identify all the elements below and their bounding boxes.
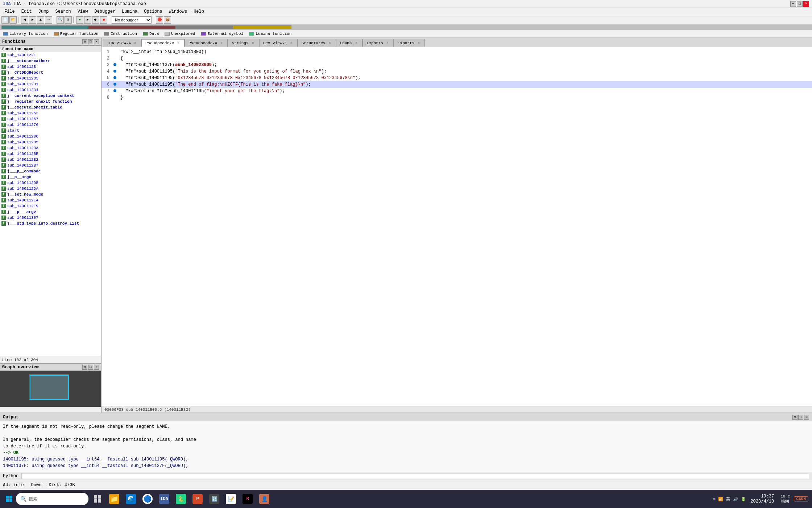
code-line[interactable]: 6 "fn">sub_140011195("The end of flag:\n… — [102, 81, 812, 88]
menu-item-options[interactable]: Options — [141, 9, 165, 15]
python-input[interactable] — [21, 473, 809, 479]
function-list-item[interactable]: fsub_1400112DA — [0, 186, 101, 192]
toolbar-step[interactable]: ⏭ — [92, 16, 99, 24]
code-line[interactable]: 2{ — [102, 55, 812, 62]
function-list-item[interactable]: fsub_1400112BA — [0, 145, 101, 151]
menu-item-debugger[interactable]: Debugger — [91, 9, 118, 15]
toolbar-new[interactable]: 📄 — [1, 16, 9, 24]
code-line[interactable]: 4 "fn">sub_140011195("This is the input … — [102, 68, 812, 75]
taskbar-powerpoint[interactable]: P — [190, 491, 205, 507]
function-list-item[interactable]: fsub_14001128O — [0, 134, 101, 139]
function-list-item[interactable]: fstart — [0, 128, 101, 134]
function-list-item[interactable]: fj__p__argc — [0, 174, 101, 180]
maximize-button[interactable]: □ — [797, 1, 803, 7]
function-list-item[interactable]: fsub_1400112B7 — [0, 163, 101, 168]
close-button[interactable]: ✕ — [803, 1, 809, 7]
menu-item-help[interactable]: Help — [191, 9, 207, 15]
functions-list[interactable]: fsub_14001221fj___setusermatherrfsub_140… — [0, 52, 101, 356]
function-list-item[interactable]: fsub_140011307 — [0, 215, 101, 221]
toolbar-settings[interactable]: ⚙ — [65, 16, 72, 24]
tab-pseudocode-b[interactable]: Pseudocode-B✕ — [141, 39, 185, 47]
function-list-item[interactable]: fsub_1400112E9 — [0, 203, 101, 209]
function-list-item[interactable]: fsub_140011267 — [0, 116, 101, 122]
task-view-button[interactable] — [90, 491, 105, 507]
function-list-item[interactable]: fsub_140011231 — [0, 81, 101, 87]
tray-battery[interactable]: 🔋 — [741, 497, 746, 501]
toolbar-play[interactable]: ▶ — [84, 16, 91, 24]
function-list-item[interactable]: fsub_1400112B — [0, 64, 101, 70]
tray-keyboard[interactable]: ⌨ — [713, 497, 716, 501]
toolbar-search[interactable]: 🔍 — [57, 16, 64, 24]
menu-item-windows[interactable]: Windows — [166, 9, 190, 15]
function-list-item[interactable]: fsub_140011285 — [0, 139, 101, 145]
tab-pseudocode-a[interactable]: Pseudocode-A✕ — [185, 39, 228, 47]
tray-language[interactable]: 英 — [726, 496, 730, 502]
panel-float-button[interactable]: □ — [88, 39, 93, 44]
function-list-item[interactable]: fj__CrtDbgReport — [0, 70, 101, 75]
panel-undock-button[interactable]: ⊡ — [82, 39, 87, 44]
toolbar-up[interactable]: ▲ — [37, 16, 44, 24]
toolbar-forward[interactable]: ▶ — [29, 16, 36, 24]
debugger-dropdown[interactable]: No debugger — [112, 16, 152, 24]
output-undock-button[interactable]: ⊡ — [792, 415, 798, 420]
tray-network[interactable]: 📶 — [718, 497, 723, 501]
menu-item-jump[interactable]: Jump — [36, 9, 52, 15]
tab-close-button[interactable]: ✕ — [219, 41, 224, 45]
function-list-item[interactable]: fj___p__commode — [0, 168, 101, 174]
taskbar-user[interactable]: 👤 — [257, 491, 272, 507]
function-list-item[interactable]: fj__set_new_mode — [0, 192, 101, 197]
toolbar-back[interactable]: ◀ — [21, 16, 28, 24]
function-list-item[interactable]: fsub_1400112D5 — [0, 180, 101, 186]
tab-ida-view-a[interactable]: IDA View-A✕ — [103, 39, 141, 47]
function-list-item[interactable]: fsub_1400112B2 — [0, 157, 101, 163]
search-bar[interactable]: 🔍 搜索 — [16, 493, 88, 505]
toolbar-stop[interactable]: ■ — [100, 16, 107, 24]
tab-close-button[interactable]: ✕ — [176, 41, 181, 45]
tab-strings[interactable]: Strings✕ — [228, 39, 259, 47]
function-list-item[interactable]: fj___std_type_info_destroy_list — [0, 221, 101, 226]
minimize-button[interactable]: ─ — [790, 1, 796, 7]
code-line[interactable]: 8} — [102, 94, 812, 101]
taskbar-pycharm[interactable]: 🐍 — [173, 491, 188, 507]
taskbar-clock[interactable]: 19:37 2023/4/18 — [747, 494, 777, 504]
taskbar-rider[interactable]: R — [240, 491, 255, 507]
toolbar-modules[interactable]: 📦 — [164, 16, 171, 24]
toolbar-breakpoint[interactable]: 🔴 — [156, 16, 163, 24]
function-list-item[interactable]: fsub_14001221 — [0, 52, 101, 58]
function-list-item[interactable]: fsub_140011253 — [0, 110, 101, 116]
function-list-item[interactable]: fsub_1400112E4 — [0, 197, 101, 203]
menu-item-file[interactable]: File — [1, 9, 18, 15]
menu-item-view[interactable]: View — [75, 9, 91, 15]
panel-close-button[interactable]: ✕ — [94, 39, 99, 44]
tab-close-button[interactable]: ✕ — [354, 41, 359, 45]
start-button[interactable] — [4, 493, 14, 504]
taskbar-ida-app[interactable]: IDA — [157, 491, 172, 507]
tab-close-button[interactable]: ✕ — [385, 41, 390, 45]
toolbar-run-green[interactable]: ● — [76, 16, 83, 24]
taskbar-explorer[interactable]: 📁 — [107, 491, 122, 507]
toolbar-return[interactable]: ↩ — [45, 16, 52, 24]
csdn-badge[interactable]: CSDN — [794, 496, 808, 501]
function-list-item[interactable]: fsub_140011276 — [0, 122, 101, 128]
code-area[interactable]: 1"kw">__int64 "fn">sub_140011B00()2{3 "f… — [102, 47, 812, 406]
tab-close-button[interactable]: ✕ — [289, 41, 294, 45]
graph-undock-button[interactable]: ⊡ — [82, 365, 87, 370]
toolbar-open[interactable]: 📂 — [9, 16, 17, 24]
menu-item-lumina[interactable]: Lumina — [119, 9, 140, 15]
function-list-item[interactable]: fsub_140011235 — [0, 75, 101, 81]
tab-close-button[interactable]: ✕ — [328, 41, 332, 45]
function-list-item[interactable]: fj__register_onexit_function — [0, 99, 101, 105]
tab-structures[interactable]: Structures✕ — [298, 39, 336, 47]
tab-close-button[interactable]: ✕ — [251, 41, 255, 45]
function-list-item[interactable]: fj__current_exception_context — [0, 93, 101, 99]
code-line[interactable]: 3 "fn">sub_14001137F(&unk_140023009); — [102, 62, 812, 68]
tab-close-button[interactable]: ✕ — [133, 41, 137, 45]
taskbar-notepad[interactable]: 📝 — [223, 491, 239, 507]
taskbar-calc[interactable]: 🔢 — [207, 491, 222, 507]
tab-hex-view-1[interactable]: Hex View-1✕ — [259, 39, 298, 47]
output-close-button[interactable]: ✕ — [804, 415, 809, 420]
taskbar-chrome[interactable]: 🔵 — [140, 491, 155, 507]
function-list-item[interactable]: fj___p___argv — [0, 209, 101, 215]
tab-close-button[interactable]: ✕ — [417, 41, 421, 45]
tab-enums[interactable]: Enums✕ — [336, 39, 362, 47]
